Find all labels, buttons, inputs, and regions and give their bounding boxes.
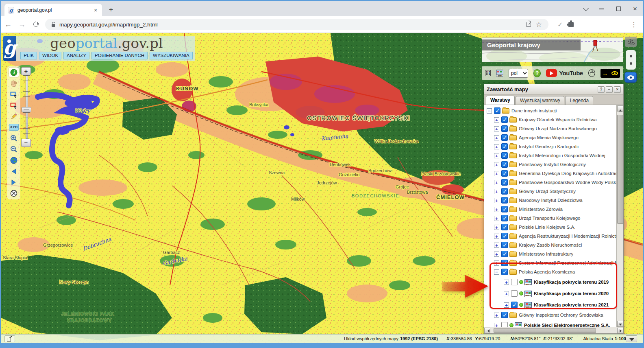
- expand-toggle-icon[interactable]: +: [494, 162, 499, 167]
- expand-toggle-icon[interactable]: +: [494, 243, 499, 248]
- tab-warstwy[interactable]: Warstwy: [486, 96, 515, 105]
- full-extent-button[interactable]: [9, 155, 19, 165]
- expand-toggle-icon[interactable]: +: [494, 198, 499, 203]
- tab-wyszukaj-warstwe[interactable]: Wyszukaj warstwę: [516, 96, 565, 105]
- layer-checkbox[interactable]: [501, 116, 508, 123]
- menu-plik[interactable]: PLIK: [20, 52, 37, 59]
- zoom-slider-handle[interactable]: [22, 107, 31, 112]
- check-icon[interactable]: ✓: [557, 21, 563, 28]
- new-tab-button[interactable]: +: [106, 5, 116, 15]
- contrast-eye-button[interactable]: [609, 69, 620, 78]
- expand-toggle-icon[interactable]: +: [494, 144, 499, 149]
- layer-label[interactable]: Instytut Meteorologii i Gospodarki Wodne…: [519, 153, 605, 158]
- layer-checkbox[interactable]: [511, 279, 518, 285]
- layer-checkbox[interactable]: [511, 302, 518, 308]
- expand-toggle-icon[interactable]: −: [494, 269, 499, 275]
- layer-checkbox[interactable]: [501, 206, 508, 212]
- layer-checkbox[interactable]: [501, 125, 508, 132]
- language-select[interactable]: pol: [509, 69, 528, 78]
- menu-kebab-icon[interactable]: ⋮: [631, 21, 637, 28]
- horizontal-scrollbar[interactable]: [484, 327, 623, 333]
- layer-label[interactable]: Główny Urząd Nadzoru Budowlanego: [519, 126, 597, 131]
- layer-checkbox[interactable]: [494, 107, 500, 114]
- layer-checkbox[interactable]: [501, 197, 508, 204]
- panel-help-button[interactable]: ?: [598, 86, 605, 93]
- menu-analizy[interactable]: ANALIZY: [63, 52, 89, 59]
- vertical-scrollbar[interactable]: [616, 105, 623, 327]
- layer-checkbox[interactable]: [501, 224, 508, 230]
- scroll-down-icon[interactable]: [617, 321, 623, 327]
- layer-label[interactable]: Ministerstwo Zdrowia: [519, 207, 563, 212]
- layer-checkbox[interactable]: [501, 170, 508, 177]
- layer-label[interactable]: Agencja Mienia Wojskowego: [519, 135, 579, 140]
- panel-header[interactable]: Zawartość mapy ? − ×: [484, 84, 623, 95]
- layer-checkbox[interactable]: [501, 269, 508, 275]
- layer-checkbox[interactable]: [501, 233, 508, 239]
- layer-label[interactable]: Klasyfikacja pokrycia terenu 2021: [534, 302, 609, 307]
- reload-icon[interactable]: [29, 20, 43, 29]
- next-view-button[interactable]: [9, 177, 19, 187]
- layer-label[interactable]: Państwowe Gospodarstwo Wodne Wody Polski…: [519, 180, 616, 185]
- previous-view-button[interactable]: [9, 166, 19, 176]
- layer-checkbox[interactable]: [501, 134, 508, 141]
- maximize-icon[interactable]: [616, 7, 621, 11]
- layer-checkbox[interactable]: [501, 152, 508, 159]
- menu-wyszukiwania[interactable]: WYSZUKIWANIA: [150, 52, 193, 59]
- layer-checkbox[interactable]: [501, 215, 508, 221]
- zoom-in-tool-button[interactable]: [9, 134, 19, 143]
- vertical-scroll-thumb[interactable]: [617, 115, 623, 224]
- expand-toggle-icon[interactable]: +: [494, 252, 499, 257]
- layer-label[interactable]: Generalna Dyrekcja Dróg Krajowych i Auto…: [519, 171, 616, 176]
- layer-checkbox[interactable]: [501, 260, 508, 266]
- minimize-icon[interactable]: [599, 9, 604, 9]
- select-rect-red-button[interactable]: [9, 101, 19, 110]
- menu-widok[interactable]: WIDOK: [39, 52, 61, 59]
- coordinates-xyh-button[interactable]: XYH: [9, 123, 19, 132]
- expand-toggle-icon[interactable]: +: [494, 189, 499, 194]
- scroll-right-icon[interactable]: [617, 328, 623, 333]
- expand-toggle-icon[interactable]: +: [494, 126, 499, 131]
- scroll-left-icon[interactable]: [484, 328, 490, 333]
- browser-tab[interactable]: g geoportal.gov.pl ×: [4, 4, 102, 16]
- expand-toggle-icon[interactable]: +: [494, 225, 499, 230]
- contrast-arrow-button[interactable]: →: [600, 69, 609, 78]
- forward-icon[interactable]: →: [15, 20, 29, 29]
- expand-toggle-icon[interactable]: +: [494, 135, 499, 140]
- back-icon[interactable]: ←: [1, 20, 15, 29]
- panel-close-button[interactable]: ×: [614, 86, 621, 93]
- expand-toggle-icon[interactable]: +: [494, 260, 499, 266]
- swipe-tool-icon[interactable]: [4, 335, 15, 342]
- expand-toggle-icon[interactable]: +: [494, 207, 499, 212]
- expand-toggle-icon[interactable]: +: [494, 153, 499, 158]
- layer-label[interactable]: Główny Inspektorat Ochrony Środowiska: [519, 313, 603, 317]
- close-icon[interactable]: ×: [633, 5, 637, 12]
- mini-tool-dot-2[interactable]: [630, 62, 632, 65]
- scroll-up-icon[interactable]: [617, 105, 623, 112]
- mini-tool-dot-1[interactable]: [630, 55, 632, 57]
- zoom-in-button[interactable]: +: [21, 67, 31, 75]
- layer-checkbox[interactable]: [501, 161, 508, 168]
- layer-checkbox[interactable]: [511, 290, 518, 297]
- layer-label[interactable]: Instytut Geodezji i Kartografii: [519, 144, 579, 149]
- layer-label[interactable]: Krajowy Ośrodek Wsparcia Rolnictwa: [519, 117, 597, 122]
- youtube-link[interactable]: YouTube: [546, 69, 583, 77]
- zoom-out-button[interactable]: −: [21, 139, 31, 147]
- settings-button[interactable]: [625, 37, 637, 47]
- address-field[interactable]: mapy.geoportal.gov.pl/imap/Imgp_2.html ☆: [45, 19, 548, 30]
- layer-checkbox[interactable]: [501, 251, 508, 257]
- draw-tool-button[interactable]: [9, 112, 19, 121]
- layout-grid-icon[interactable]: [485, 70, 491, 76]
- zoom-out-tool-button[interactable]: [9, 144, 19, 154]
- geoportal-logo[interactable]: g: [3, 36, 16, 61]
- layer-label[interactable]: System Informacji Przestrzennej Administ…: [519, 260, 616, 265]
- layer-label[interactable]: Dane innych instytucji: [511, 108, 557, 113]
- layer-checkbox[interactable]: [501, 188, 508, 195]
- zoom-track[interactable]: [23, 75, 30, 139]
- layer-checkbox[interactable]: [501, 312, 508, 318]
- layer-checkbox[interactable]: [501, 242, 508, 248]
- expand-toggle-icon[interactable]: +: [504, 280, 509, 285]
- layer-checkbox[interactable]: [501, 143, 508, 150]
- share-icon[interactable]: [526, 22, 531, 27]
- horizontal-scroll-thumb[interactable]: [494, 328, 596, 333]
- tab-close-icon[interactable]: ×: [92, 7, 99, 13]
